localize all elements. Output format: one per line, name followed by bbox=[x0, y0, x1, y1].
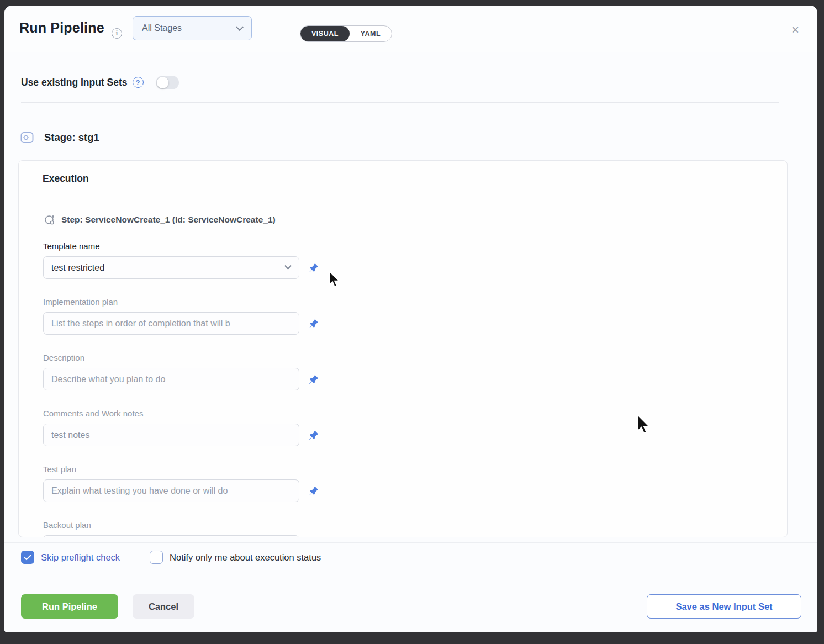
tab-visual[interactable]: VISUAL bbox=[300, 26, 350, 41]
field-label: Template name bbox=[43, 241, 346, 251]
run-pipeline-modal: Run Pipeline i All Stages VISUAL YAML × … bbox=[4, 6, 817, 632]
pin-icon[interactable] bbox=[303, 424, 325, 446]
skip-preflight-checkbox[interactable] bbox=[21, 551, 34, 564]
save-as-new-input-set-button[interactable]: Save as New Input Set bbox=[647, 594, 801, 619]
pin-icon[interactable] bbox=[303, 368, 325, 390]
toggle-knob bbox=[157, 77, 168, 88]
field-template-name: Template name bbox=[43, 241, 346, 279]
checkbox-row: Skip preflight check Notify only me abou… bbox=[21, 551, 350, 564]
field-backout-plan: Backout plan bbox=[43, 520, 346, 537]
stages-dropdown[interactable]: All Stages bbox=[133, 16, 252, 40]
comments-input[interactable] bbox=[43, 424, 299, 446]
pin-icon[interactable] bbox=[303, 312, 325, 335]
field-description: Description bbox=[43, 353, 346, 390]
field-comments: Comments and Work notes bbox=[43, 409, 346, 446]
info-icon[interactable]: i bbox=[112, 28, 122, 39]
test-plan-input[interactable] bbox=[43, 479, 299, 502]
chevron-down-icon bbox=[236, 23, 244, 31]
field-label: Backout plan bbox=[43, 520, 346, 530]
field-test-plan: Test plan bbox=[43, 464, 346, 502]
stage-icon bbox=[20, 130, 34, 145]
divider bbox=[21, 102, 779, 103]
help-icon[interactable]: ? bbox=[133, 77, 144, 88]
pin-icon[interactable] bbox=[303, 479, 325, 502]
stage-label: Stage: stg1 bbox=[44, 131, 99, 144]
input-sets-label: Use existing Input Sets bbox=[21, 77, 128, 88]
field-label: Implementation plan bbox=[43, 297, 346, 307]
implementation-plan-input[interactable] bbox=[43, 312, 299, 335]
execution-card: Execution Step: ServiceNowCreate_1 (Id: … bbox=[18, 160, 788, 537]
notify-label: Notify only me about execution status bbox=[170, 552, 321, 563]
pin-icon[interactable] bbox=[303, 256, 325, 279]
description-input[interactable] bbox=[43, 368, 299, 390]
modal-header: Run Pipeline i All Stages VISUAL YAML × bbox=[4, 6, 817, 52]
input-sets-toggle[interactable] bbox=[156, 76, 179, 89]
notify-checkbox[interactable] bbox=[150, 551, 163, 564]
tab-yaml[interactable]: YAML bbox=[350, 26, 392, 41]
visual-yaml-toggle: VISUAL YAML bbox=[300, 25, 392, 42]
field-label: Description bbox=[43, 353, 346, 362]
cancel-button[interactable]: Cancel bbox=[133, 594, 194, 619]
field-label: Comments and Work notes bbox=[43, 409, 346, 418]
check-icon bbox=[24, 555, 31, 561]
input-sets-row: Use existing Input Sets ? bbox=[21, 74, 179, 91]
stages-dropdown-value: All Stages bbox=[142, 23, 182, 33]
execution-title: Execution bbox=[43, 173, 89, 184]
field-implementation-plan: Implementation plan bbox=[43, 297, 346, 335]
stage-row: Stage: stg1 bbox=[20, 130, 99, 145]
field-label: Test plan bbox=[43, 464, 346, 474]
template-name-value[interactable] bbox=[43, 256, 299, 279]
divider bbox=[4, 580, 817, 580]
template-name-select[interactable] bbox=[43, 256, 299, 279]
backout-plan-input[interactable] bbox=[43, 535, 299, 537]
page-title: Run Pipeline bbox=[19, 20, 104, 36]
skip-preflight-label[interactable]: Skip preflight check bbox=[41, 552, 120, 563]
step-row: Step: ServiceNowCreate_1 (Id: ServiceNow… bbox=[44, 214, 276, 226]
create-step-icon bbox=[44, 214, 56, 226]
modal-footer: Skip preflight check Notify only me abou… bbox=[4, 542, 817, 632]
screen: { "header": { "title": "Run Pipeline", "… bbox=[0, 0, 824, 644]
run-pipeline-button[interactable]: Run Pipeline bbox=[21, 594, 118, 619]
close-icon[interactable]: × bbox=[787, 22, 804, 38]
step-label: Step: ServiceNowCreate_1 (Id: ServiceNow… bbox=[61, 215, 276, 225]
